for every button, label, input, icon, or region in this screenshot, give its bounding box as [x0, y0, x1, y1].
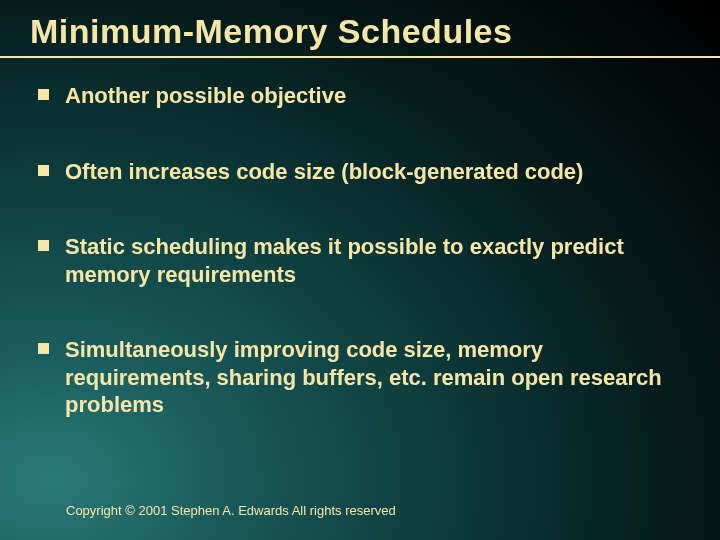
- bullet-text: Simultaneously improving code size, memo…: [65, 336, 690, 419]
- copyright-footer: Copyright © 2001 Stephen A. Edwards All …: [66, 503, 396, 518]
- title-underline: [0, 56, 720, 58]
- bullet-item: Often increases code size (block-generat…: [38, 158, 690, 186]
- bullet-item: Simultaneously improving code size, memo…: [38, 336, 690, 419]
- bullet-item: Static scheduling makes it possible to e…: [38, 233, 690, 288]
- bullet-text: Often increases code size (block-generat…: [65, 158, 583, 186]
- slide-content: Another possible objective Often increas…: [38, 82, 690, 467]
- slide-title: Minimum-Memory Schedules: [30, 12, 512, 51]
- bullet-square-icon: [38, 165, 49, 176]
- bullet-square-icon: [38, 343, 49, 354]
- bullet-square-icon: [38, 240, 49, 251]
- bullet-square-icon: [38, 89, 49, 100]
- bullet-text: Another possible objective: [65, 82, 346, 110]
- bullet-item: Another possible objective: [38, 82, 690, 110]
- bullet-text: Static scheduling makes it possible to e…: [65, 233, 690, 288]
